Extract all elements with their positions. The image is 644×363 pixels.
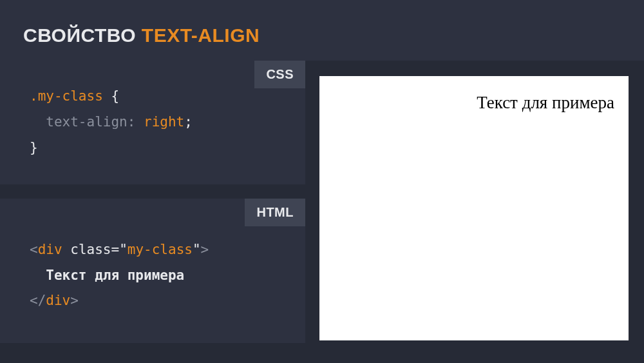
preview-text: Текст для примера	[334, 93, 614, 113]
html-gt2: >	[70, 293, 79, 308]
html-q2: "	[193, 242, 201, 257]
html-q1: "	[119, 242, 128, 257]
css-code: .my-class { text-align: right; }	[30, 84, 305, 161]
html-lt1: <	[30, 242, 38, 257]
html-slash: /	[38, 293, 46, 308]
css-brace-close: }	[30, 140, 38, 155]
html-indent	[30, 268, 46, 283]
html-attr-value: my-class	[128, 242, 193, 257]
title-part2: TEXT-ALIGN	[142, 25, 260, 46]
css-semicolon: ;	[184, 114, 193, 130]
css-panel: CSS .my-class { text-align: right; }	[0, 61, 305, 184]
title-part1: СВОЙСТВО	[23, 25, 142, 46]
preview-column: Текст для примера	[305, 61, 644, 362]
html-code: <div class="my-class"> Текст для примера…	[30, 237, 305, 315]
code-column: CSS .my-class { text-align: right; } HTM…	[0, 61, 305, 362]
slide-header: СВОЙСТВО TEXT-ALIGN	[0, 0, 644, 61]
slide-title: СВОЙСТВО TEXT-ALIGN	[23, 25, 644, 46]
css-brace-open: {	[103, 88, 119, 104]
css-property: text-align	[46, 114, 127, 130]
content-area: CSS .my-class { text-align: right; } HTM…	[0, 61, 644, 362]
html-gt1: >	[201, 242, 209, 257]
html-inner-text: Текст для примера	[46, 268, 184, 283]
css-colon: :	[128, 114, 144, 130]
css-indent	[30, 114, 46, 130]
css-value: right	[144, 114, 184, 130]
css-selector: .my-class	[30, 88, 103, 104]
html-attr-name: class	[70, 242, 111, 257]
html-eq: =	[111, 242, 119, 257]
preview-box: Текст для примера	[319, 76, 629, 340]
html-panel: HTML <div class="my-class"> Текст для пр…	[0, 199, 305, 344]
css-label: CSS	[254, 61, 305, 88]
html-label: HTML	[245, 199, 305, 226]
html-tag-open: div	[38, 242, 62, 257]
html-lt2: <	[30, 293, 38, 308]
html-tag-close: div	[46, 293, 70, 308]
